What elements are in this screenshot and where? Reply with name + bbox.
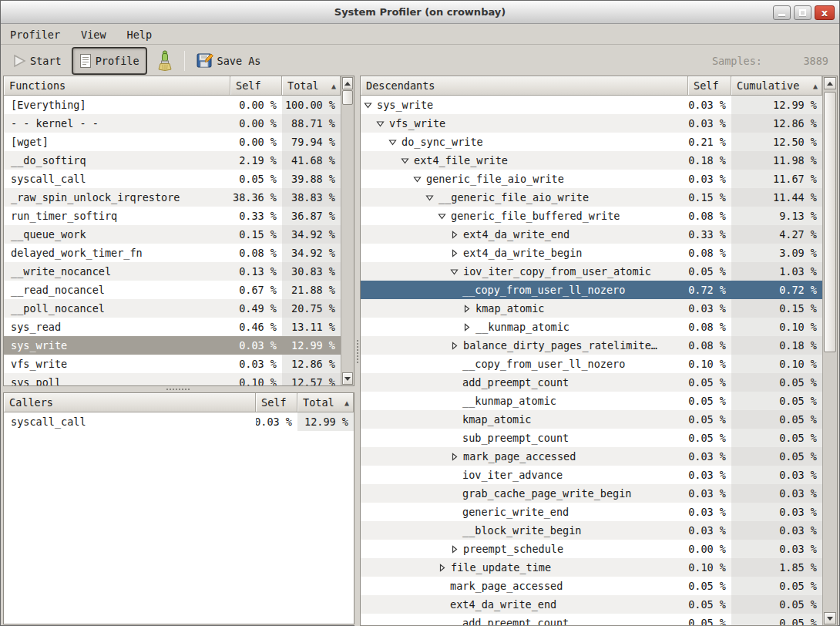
table-row[interactable]: sys_read0.46 %13.11 % <box>4 318 341 336</box>
expander-closed-icon[interactable] <box>438 564 451 572</box>
function-name-text: ext4_da_write_end <box>450 598 556 611</box>
tree-row[interactable]: __kunmap_atomic0.05 %0.05 % <box>361 392 822 410</box>
tree-row[interactable]: preempt_schedule0.00 %0.03 % <box>361 540 822 558</box>
tree-row[interactable]: __generic_file_aio_write0.15 %11.44 % <box>361 188 822 207</box>
tree-row[interactable]: __block_write_begin0.03 %0.03 % <box>361 521 822 540</box>
table-row[interactable]: sys_write0.03 %12.99 % <box>4 336 341 355</box>
self-percent: 0.03 % <box>230 336 282 355</box>
vertical-splitter[interactable] <box>354 76 360 626</box>
expander-open-icon[interactable] <box>401 156 414 165</box>
tree-row[interactable]: mark_page_accessed0.03 %0.05 % <box>361 447 822 466</box>
close-button[interactable]: x <box>815 5 835 20</box>
tree-row[interactable]: ext4_file_write0.18 %11.98 % <box>361 151 822 170</box>
scroll-up-button[interactable] <box>824 77 836 89</box>
tree-row[interactable]: generic_file_aio_write0.03 %11.67 % <box>361 170 822 188</box>
table-row[interactable]: vfs_write0.03 %12.86 % <box>4 355 341 373</box>
tree-row[interactable]: generic_write_end0.03 %0.03 % <box>361 503 822 521</box>
table-row[interactable]: sys_poll0.10 %12.57 % <box>4 373 341 385</box>
expander-closed-icon[interactable] <box>462 305 475 313</box>
table-row[interactable]: _raw_spin_unlock_irqrestore38.36 %38.83 … <box>4 188 341 207</box>
reset-button[interactable] <box>151 47 179 75</box>
functions-total-column-header[interactable]: Total▲ <box>282 76 341 96</box>
menu-profiler[interactable]: Profiler <box>10 29 60 41</box>
descendants-scrollbar[interactable] <box>822 76 837 625</box>
expander-open-icon[interactable] <box>376 119 389 128</box>
tree-row[interactable]: do_sync_write0.21 %12.50 % <box>361 133 822 151</box>
tree-row[interactable]: sub_preempt_count0.05 %0.05 % <box>361 429 822 447</box>
expander-closed-icon[interactable] <box>450 342 463 350</box>
tree-row[interactable]: ext4_da_write_end0.33 %4.27 % <box>361 225 822 244</box>
function-name: sys_write <box>4 336 230 355</box>
scrollbar-thumb[interactable] <box>824 92 836 352</box>
tree-row[interactable]: mark_page_accessed0.05 %0.05 % <box>361 577 822 595</box>
expander-open-icon[interactable] <box>450 268 463 276</box>
tree-row[interactable]: kmap_atomic0.05 %0.05 % <box>361 410 822 429</box>
tree-row[interactable]: iov_iter_advance0.03 %0.03 % <box>361 466 822 484</box>
titlebar[interactable]: System Profiler (on crownbay) x <box>1 1 839 24</box>
horizontal-splitter[interactable] <box>1 386 355 392</box>
functions-self-column-header[interactable]: Self <box>230 76 282 96</box>
expander-closed-icon[interactable] <box>450 453 463 461</box>
table-row[interactable]: syscall_call0.05 %39.88 % <box>4 170 341 188</box>
tree-row[interactable]: sys_write0.03 %12.99 % <box>361 96 822 114</box>
scroll-down-button[interactable] <box>824 612 836 624</box>
expander-open-icon[interactable] <box>425 194 438 202</box>
callers-total-column-header[interactable]: Total▲ <box>297 393 354 412</box>
table-row[interactable]: __write_nocancel0.13 %30.83 % <box>4 262 341 281</box>
minimize-button[interactable] <box>773 5 791 20</box>
scrollbar-thumb[interactable] <box>342 90 353 105</box>
tree-row[interactable]: grab_cache_page_write_begin0.03 %0.03 % <box>361 484 822 503</box>
expander-closed-icon[interactable] <box>450 231 463 239</box>
toolbar-separator <box>184 51 185 71</box>
table-row[interactable]: syscall_call0.03 %12.99 % <box>4 412 354 431</box>
tree-row[interactable]: __copy_from_user_ll_nozero0.10 %0.10 % <box>361 355 822 373</box>
tree-row[interactable]: balance_dirty_pages_ratelimite…0.08 %0.1… <box>361 336 822 355</box>
tree-row[interactable]: iov_iter_copy_from_user_atomic0.05 %1.03… <box>361 262 822 281</box>
expander-open-icon[interactable] <box>413 175 426 183</box>
expander-closed-icon[interactable] <box>462 323 475 332</box>
tree-row[interactable]: ext4_da_write_begin0.08 %3.09 % <box>361 244 822 262</box>
menu-view[interactable]: View <box>81 29 106 41</box>
callers-self-column-header[interactable]: Self <box>256 393 297 412</box>
tree-row[interactable]: __kunmap_atomic0.08 %0.10 % <box>361 318 822 336</box>
expander-closed-icon[interactable] <box>450 249 463 257</box>
expander-open-icon[interactable] <box>388 138 402 146</box>
samples-label: Samples: <box>712 55 762 67</box>
tree-row[interactable]: __copy_from_user_ll_nozero0.72 %0.72 % <box>361 281 822 299</box>
functions-scrollbar[interactable] <box>341 76 354 385</box>
expander-closed-icon[interactable] <box>450 545 463 554</box>
tree-row[interactable]: file_update_time0.10 %1.85 % <box>361 558 822 577</box>
start-button[interactable]: Start <box>8 51 66 71</box>
descendants-column-header[interactable]: Descendants <box>361 76 688 96</box>
tree-indent <box>364 549 450 550</box>
tree-row[interactable]: generic_file_buffered_write0.08 %9.13 % <box>361 207 822 225</box>
table-row[interactable]: [wget]0.00 %79.94 % <box>4 133 341 151</box>
descendants-cumulative-column-header[interactable]: Cumulative▲ <box>731 76 822 96</box>
expander-open-icon[interactable] <box>438 212 451 220</box>
table-row[interactable]: __poll_nocancel0.49 %20.75 % <box>4 299 341 318</box>
tree-row[interactable]: vfs_write0.03 %12.86 % <box>361 114 822 133</box>
table-row[interactable]: [Everything]0.00 %100.00 % <box>4 96 341 114</box>
callers-column-header[interactable]: Callers <box>4 393 256 412</box>
table-row[interactable]: __do_softirq2.19 %41.68 % <box>4 151 341 170</box>
descendants-self-column-header[interactable]: Self <box>688 76 731 96</box>
function-name-text: add_preempt_count <box>462 617 569 625</box>
save-as-button[interactable]: Save As <box>192 49 266 72</box>
functions-column-header[interactable]: Functions <box>4 76 230 96</box>
table-row[interactable]: run_timer_softirq0.33 %36.87 % <box>4 207 341 225</box>
tree-row[interactable]: kmap_atomic0.03 %0.15 % <box>361 299 822 318</box>
tree-row[interactable]: add_preempt_count0.05 %0.05 % <box>361 373 822 392</box>
profile-toggle-button[interactable]: Profile <box>72 48 146 74</box>
tree-row[interactable]: ext4_da_write_end0.05 %0.05 % <box>361 595 822 614</box>
scroll-down-button[interactable] <box>342 372 353 385</box>
table-row[interactable]: delayed_work_timer_fn0.08 %34.92 % <box>4 244 341 262</box>
table-row[interactable]: - - kernel - -0.00 %88.71 % <box>4 114 341 133</box>
maximize-button[interactable] <box>794 5 811 20</box>
table-row[interactable]: __read_nocancel0.67 %21.88 % <box>4 281 341 299</box>
scroll-up-button[interactable] <box>342 77 353 89</box>
tree-row[interactable]: add_preempt_count0.05 %0.05 % <box>361 614 822 625</box>
table-row[interactable]: __queue_work0.15 %34.92 % <box>4 225 341 244</box>
menu-help[interactable]: Help <box>127 29 153 41</box>
expander-open-icon[interactable] <box>364 101 377 109</box>
cumulative-percent: 0.05 % <box>731 392 822 410</box>
